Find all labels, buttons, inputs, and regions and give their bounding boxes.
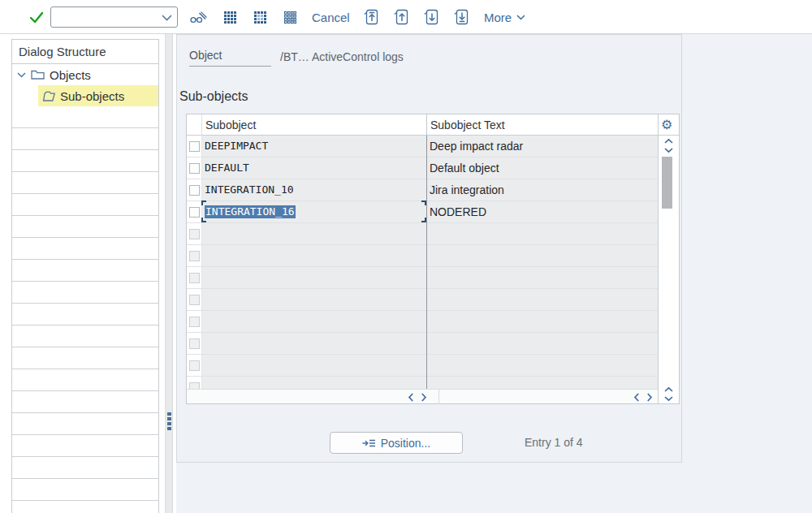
- command-input[interactable]: [54, 8, 160, 26]
- next-page-button[interactable]: [420, 5, 444, 29]
- column-header-subobject-text[interactable]: Subobject Text: [430, 114, 505, 136]
- subobject-text-value[interactable]: Default object: [430, 162, 499, 175]
- row-checkbox[interactable]: [189, 229, 200, 239]
- subobject-cell[interactable]: DEEPIMPACT: [201, 136, 426, 157]
- subobject-cell[interactable]: INTEGRATION_10: [201, 179, 426, 200]
- deselect-all-button[interactable]: [278, 5, 302, 29]
- tree-item-sub-objects[interactable]: Sub-objects: [12, 85, 158, 106]
- tree-empty-row[interactable]: [12, 369, 158, 391]
- column-divider[interactable]: [426, 136, 427, 389]
- row-checkbox[interactable]: [189, 207, 200, 218]
- more-menu-button[interactable]: More: [484, 0, 525, 34]
- row-checkbox[interactable]: [189, 317, 200, 327]
- row-checkbox[interactable]: [189, 382, 200, 390]
- subobject-text-cell[interactable]: Default object: [426, 157, 658, 179]
- subobject-text-cell[interactable]: Jira integration: [426, 179, 658, 200]
- tree-empty-row[interactable]: [12, 435, 158, 457]
- tree-empty-row[interactable]: [12, 413, 158, 435]
- row-checkbox[interactable]: [189, 141, 200, 152]
- subobject-text-cell[interactable]: NODERED: [426, 201, 658, 222]
- subobject-text-value[interactable]: Jira integration: [430, 183, 504, 196]
- cancel-button[interactable]: Cancel: [312, 0, 350, 34]
- row-checkbox[interactable]: [189, 295, 200, 305]
- subobject-text-cell[interactable]: [426, 267, 658, 288]
- subobject-text-cell[interactable]: Deep impact radar: [426, 136, 658, 157]
- scroll-down-icon[interactable]: [664, 395, 673, 402]
- scroll-left-icon[interactable]: [408, 393, 414, 402]
- subobject-value[interactable]: INTEGRATION_16: [205, 205, 296, 218]
- tree-empty-row[interactable]: [12, 260, 158, 282]
- subobject-text-cell[interactable]: [426, 377, 658, 389]
- maintenance-view-panel: Object /BT… ActiveControl logs Sub-objec…: [176, 34, 682, 463]
- scroll-up-icon[interactable]: [664, 386, 673, 393]
- subobject-text-cell[interactable]: [426, 333, 658, 354]
- display-change-button[interactable]: [186, 5, 210, 29]
- subobject-text-value[interactable]: Deep impact radar: [430, 140, 523, 153]
- tree-empty-row[interactable]: [12, 106, 158, 128]
- vertical-scrollbar-thumb[interactable]: [662, 157, 672, 209]
- position-button[interactable]: Position...: [330, 432, 463, 454]
- command-combobox[interactable]: [50, 6, 178, 28]
- subobject-cell[interactable]: [201, 377, 426, 389]
- tree-empty-row[interactable]: [12, 172, 158, 194]
- tree-empty-row[interactable]: [12, 479, 158, 501]
- previous-page-button[interactable]: [390, 5, 414, 29]
- subobject-text-value[interactable]: NODERED: [430, 205, 486, 218]
- select-all-button[interactable]: [218, 5, 242, 29]
- subobject-cell[interactable]: DEFAULT: [201, 157, 426, 179]
- tree-empty-row[interactable]: [12, 194, 158, 216]
- table-settings-gear-icon[interactable]: ⚙: [661, 117, 672, 133]
- subobject-cell[interactable]: [201, 223, 426, 244]
- chevron-down-icon[interactable]: [162, 15, 172, 21]
- tree-empty-row[interactable]: [12, 457, 158, 479]
- scroll-right-icon[interactable]: [646, 393, 653, 402]
- select-block-button[interactable]: [248, 5, 272, 29]
- tree-empty-row[interactable]: [12, 238, 158, 260]
- row-checkbox[interactable]: [189, 251, 200, 261]
- row-checkbox[interactable]: [189, 338, 200, 349]
- subobject-value[interactable]: INTEGRATION_10: [205, 183, 294, 196]
- subobject-text-cell[interactable]: [426, 245, 658, 266]
- scroll-down-icon[interactable]: [664, 147, 673, 153]
- first-page-button[interactable]: [360, 5, 384, 29]
- tree-empty-row[interactable]: [12, 128, 158, 150]
- subobject-cell[interactable]: [201, 245, 426, 266]
- scroll-right-icon[interactable]: [421, 393, 427, 402]
- tree-empty-row[interactable]: [12, 282, 158, 304]
- vertical-scrollbar[interactable]: [658, 136, 679, 403]
- row-checkbox[interactable]: [189, 185, 200, 196]
- splitter-sash[interactable]: [165, 34, 173, 513]
- row-checkbox[interactable]: [189, 360, 200, 371]
- subobject-value[interactable]: DEFAULT: [205, 162, 249, 175]
- subobject-cell[interactable]: [201, 311, 426, 332]
- tree-empty-row[interactable]: [12, 304, 158, 325]
- subobject-text-cell[interactable]: [426, 223, 658, 244]
- subobject-text-cell[interactable]: [426, 289, 658, 310]
- subobject-value[interactable]: DEEPIMPACT: [205, 140, 268, 153]
- subobject-cell[interactable]: [201, 333, 426, 354]
- row-checkbox[interactable]: [189, 273, 200, 283]
- subobject-cell[interactable]: [201, 355, 426, 376]
- tree-empty-row[interactable]: [12, 216, 158, 238]
- tree-empty-row[interactable]: [12, 347, 158, 369]
- tree-item-objects[interactable]: Objects: [12, 64, 158, 85]
- splitter-grip[interactable]: [166, 411, 172, 432]
- scroll-left-icon[interactable]: [633, 393, 640, 402]
- expander-chevron-down-icon[interactable]: [17, 72, 26, 78]
- subobject-cell[interactable]: [201, 289, 426, 310]
- tree-empty-row[interactable]: [12, 150, 158, 172]
- horizontal-scrollbar[interactable]: [187, 389, 658, 403]
- tree-empty-row[interactable]: [12, 325, 158, 347]
- subobject-cell[interactable]: INTEGRATION_16: [201, 201, 426, 222]
- column-header-subobject[interactable]: Subobject: [205, 114, 256, 136]
- scroll-up-icon[interactable]: [664, 138, 673, 144]
- confirm-check-button[interactable]: [24, 5, 49, 29]
- object-field-value[interactable]: /BT…: [280, 50, 309, 63]
- subobject-text-cell[interactable]: [426, 355, 658, 376]
- row-checkbox[interactable]: [189, 163, 200, 174]
- tree-empty-row[interactable]: [12, 391, 158, 413]
- subobject-cell[interactable]: [201, 267, 426, 288]
- tree-empty-row[interactable]: [12, 501, 158, 513]
- last-page-button[interactable]: [450, 5, 474, 29]
- subobject-text-cell[interactable]: [426, 311, 658, 332]
